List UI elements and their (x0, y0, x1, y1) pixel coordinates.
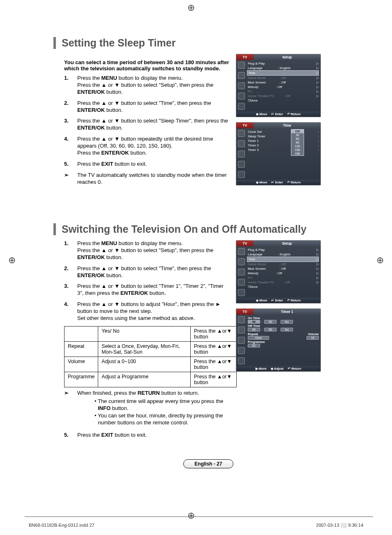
osd-setup-title: Setup (254, 241, 321, 246)
osd-more: ▽More (248, 99, 258, 102)
programme-value: 01 (248, 344, 260, 347)
osd-item-selected: Time (248, 257, 255, 261)
page-label: English - 27 (183, 459, 233, 468)
repeat-value: Once (248, 336, 269, 340)
table-cell: Press the ▲or▼ button (191, 357, 237, 372)
osd-item-value: : Off (280, 76, 303, 80)
osd-setup-title: Setup (254, 54, 321, 60)
bullet: • The current time will appear every tim… (95, 398, 230, 412)
table-cell: Press the ▲or▼ button (191, 326, 237, 341)
osd-icon (238, 258, 245, 265)
repeat-label: Repeat (248, 332, 258, 336)
table-cell: Adjust a Programme (98, 372, 191, 387)
osd-icon (238, 357, 245, 364)
submenu-arrow-icon: ▷ (316, 66, 319, 70)
osd-item: Home Theater PC (248, 280, 274, 284)
bullet: • You can set the hour, minute, directly… (95, 412, 230, 426)
osd-icon (238, 82, 245, 89)
osd-item-value: : English (278, 252, 301, 256)
osd-item: PC (248, 276, 252, 280)
submenu-arrow-icon: ▷ (316, 248, 319, 252)
submenu-arrow-icon: ▷ (316, 90, 319, 93)
osd-item: Game Mode (248, 76, 266, 80)
osd-time-title: Time (254, 123, 321, 128)
section2-title: Switching the Television On and Off Auto… (53, 223, 363, 235)
osd-icon (238, 279, 245, 286)
step-text: Press the ▲ or ▼ button repeatedly until… (77, 136, 230, 157)
submenu-arrow-icon: ▷ (316, 71, 318, 75)
section1-intro: You can select a time period of between … (53, 59, 237, 72)
nav-enter: ↵ Enter (271, 181, 283, 184)
osd-more: ▽More (248, 285, 258, 289)
registration-mark-right: ⊕ (376, 255, 384, 266)
step-text: Press the ▲ or ▼ button to select "Sleep… (77, 118, 230, 132)
submenu-arrow-icon: ▷ (316, 94, 319, 98)
step-number: 3. (64, 118, 71, 132)
registration-mark-left: ⊕ (8, 255, 16, 266)
footer-rule (25, 516, 373, 517)
on-time-label: On Time (248, 316, 319, 320)
osd-icon (238, 151, 245, 157)
table-cell: Adjust a 0~100 (98, 357, 191, 372)
osd-item: Clock Set (248, 130, 262, 134)
timer-enable: No (281, 320, 293, 324)
osd-icon (238, 327, 245, 334)
osd-tv-tab: TV (236, 54, 254, 60)
step-text: Press the ▲ or ▼ button to select "Timer… (77, 283, 230, 297)
nav-enter: ↵ Enter (271, 112, 283, 116)
timer-options-table: Yes/ No Press the ▲or▼ button Repeat Sel… (64, 326, 237, 387)
sleep-opt: 90 (291, 141, 304, 144)
submenu-arrow-icon: ▷ (316, 276, 319, 280)
osd-item-value: : Off (280, 262, 303, 266)
nav-move: ◆ Move (256, 112, 267, 116)
osd-item-value: : English (278, 66, 301, 70)
osd-icon (238, 161, 245, 168)
osd-icon (238, 248, 245, 255)
osd-icon (238, 130, 245, 137)
osd-item: Blue Screen (248, 81, 266, 84)
osd-item: PC (248, 90, 252, 93)
step-text: Press the ▲ or ▼ button to select "Time"… (77, 100, 230, 114)
osd-icon (238, 347, 245, 354)
submenu-arrow-icon: ▷ (316, 252, 319, 256)
table-cell: Press the ▲or▼ button (191, 372, 237, 387)
sleep-timer-options: Off 30 60 90 120 150 180 (291, 129, 304, 156)
osd-tv-tab: TV (236, 123, 254, 128)
step-text: Press the MENU button to display the men… (77, 75, 230, 96)
sleep-opt: 150 (291, 148, 304, 152)
programme-label: Programme (248, 340, 319, 344)
osd-icon (238, 171, 245, 178)
table-cell: Repeat (65, 341, 98, 357)
osd-item: Plug & Play (248, 62, 265, 65)
osd-timer1-panel: TV Timer 1 On Time 00 (236, 308, 321, 372)
step-number: 2. (64, 100, 71, 114)
table-cell: Volume (65, 357, 98, 372)
osd-tv-tab: TV (236, 309, 254, 315)
osd-item: Melody (248, 85, 258, 89)
step-number: 4. (64, 301, 71, 322)
step-text: Press the EXIT button to exit. (77, 161, 230, 168)
osd-item: Melody (248, 271, 258, 275)
osd-item: Language (248, 66, 263, 70)
timer-hour: 00 (248, 328, 260, 331)
submenu-arrow-icon: ▷ (316, 81, 319, 84)
sleep-opt: 30 (291, 133, 304, 137)
osd-item-value: : Off (284, 280, 307, 284)
osd-item: Plug & Play (248, 248, 265, 252)
timer-hour: 00 (248, 320, 260, 324)
osd-icon (238, 93, 245, 100)
step-number: 5. (64, 161, 71, 168)
submenu-arrow-icon: ▷ (316, 76, 319, 80)
nav-adjust: ◆ Adjust (271, 367, 284, 371)
submenu-arrow-icon: ▷ (316, 280, 319, 284)
note-arrow-icon: ➣ (64, 172, 71, 186)
osd-item: Timer 3 (248, 148, 259, 152)
osd-setup-panel-2: TV Setup Plug & Play▷ Language: English▷ (236, 240, 321, 303)
timer-min: 00 (264, 320, 277, 324)
osd-item-value: : Off (276, 271, 299, 275)
nav-return: ↶ Return (287, 112, 301, 116)
osd-item: Blue Screen (248, 267, 266, 271)
table-cell: Press the ▲or▼ button (191, 341, 237, 357)
osd-item-value: : Off (279, 81, 302, 84)
osd-icon (238, 269, 245, 276)
